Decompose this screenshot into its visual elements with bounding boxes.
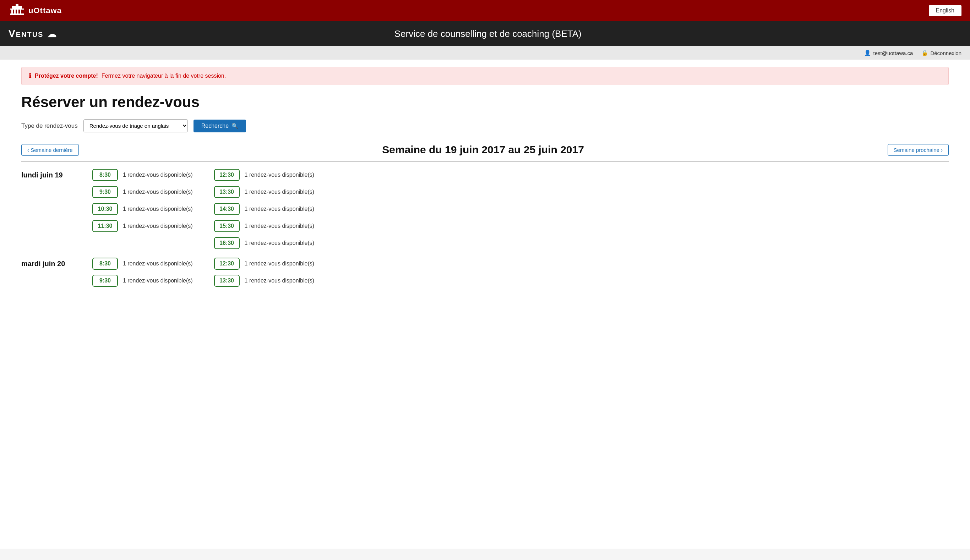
slot-row: 12:301 rendez-vous disponible(s) xyxy=(214,258,315,270)
slot-availability-text: 1 rendez-vous disponible(s) xyxy=(123,189,193,195)
service-title: Service de counselling et de coaching (B… xyxy=(57,28,919,39)
uottawa-logo: uOttawa xyxy=(8,3,62,18)
slot-row: 11:301 rendez-vous disponible(s) xyxy=(92,220,193,232)
slot-availability-text: 1 rendez-vous disponible(s) xyxy=(245,260,315,267)
slot-availability-text: 1 rendez-vous disponible(s) xyxy=(123,260,193,267)
search-button[interactable]: Recherche 🔍 xyxy=(194,120,246,132)
time-slot-button[interactable]: 9:30 xyxy=(92,186,118,198)
slot-row: 13:301 rendez-vous disponible(s) xyxy=(214,186,315,198)
slot-row: 13:301 rendez-vous disponible(s) xyxy=(214,275,315,287)
time-slot-button[interactable]: 14:30 xyxy=(214,203,240,215)
time-slot-button[interactable]: 10:30 xyxy=(92,203,118,215)
logout-item[interactable]: 🔒 Déconnexion xyxy=(922,50,962,56)
day-label: mardi juin 20 xyxy=(21,258,92,268)
svg-rect-5 xyxy=(20,10,21,13)
security-alert: ℹ Protégez votre compte! Fermez votre na… xyxy=(21,67,949,85)
slot-row: 8:301 rendez-vous disponible(s) xyxy=(92,169,193,181)
time-slot-button[interactable]: 13:30 xyxy=(214,186,240,198)
university-name: uOttawa xyxy=(28,6,62,15)
main-content: ℹ Protégez votre compte! Fermez votre na… xyxy=(0,60,970,548)
appt-type-select[interactable]: Rendez-vous de triage en anglais xyxy=(83,119,188,132)
slot-availability-text: 1 rendez-vous disponible(s) xyxy=(245,278,315,284)
slot-row: 16:301 rendez-vous disponible(s) xyxy=(214,237,315,249)
svg-rect-2 xyxy=(12,10,13,13)
slots-left-column: 8:301 rendez-vous disponible(s)9:301 ren… xyxy=(92,169,193,249)
page-title: Réserver un rendez-vous xyxy=(21,94,949,111)
slots-right-column: 12:301 rendez-vous disponible(s)13:301 r… xyxy=(214,258,315,287)
time-slot-button[interactable]: 16:30 xyxy=(214,237,240,249)
lock-icon: 🔒 xyxy=(922,50,928,56)
svg-rect-6 xyxy=(12,6,22,8)
alert-normal-text: Fermez votre navigateur à la fin de votr… xyxy=(102,73,226,79)
ventus-logo-text: Ventus xyxy=(8,28,43,39)
slots-left-column: 8:301 rendez-vous disponible(s)9:301 ren… xyxy=(92,258,193,287)
prev-week-button[interactable]: ‹ Semaine dernière xyxy=(21,144,79,156)
slot-availability-text: 1 rendez-vous disponible(s) xyxy=(245,240,315,246)
slot-availability-text: 1 rendez-vous disponible(s) xyxy=(245,206,315,212)
time-slot-button[interactable]: 12:30 xyxy=(214,258,240,270)
slot-availability-text: 1 rendez-vous disponible(s) xyxy=(123,172,193,178)
slots-right-column: 12:301 rendez-vous disponible(s)13:301 r… xyxy=(214,169,315,249)
search-button-label: Recherche xyxy=(201,123,229,129)
appointment-type-row: Type de rendez-vous Rendez-vous de triag… xyxy=(21,119,949,132)
day-row: mardi juin 208:301 rendez-vous disponibl… xyxy=(21,258,949,287)
slot-row: 14:301 rendez-vous disponible(s) xyxy=(214,203,315,215)
ventus-brand: Ventus ☁ xyxy=(8,28,57,40)
cloud-icon: ☁ xyxy=(47,28,57,40)
week-divider xyxy=(21,162,949,162)
next-week-button[interactable]: Semaine prochaine › xyxy=(888,144,949,156)
slot-availability-text: 1 rendez-vous disponible(s) xyxy=(245,172,315,178)
day-label: lundi juin 19 xyxy=(21,169,92,179)
time-slot-button[interactable]: 12:30 xyxy=(214,169,240,181)
svg-rect-7 xyxy=(16,4,18,6)
user-email: test@uottawa.ca xyxy=(873,50,913,56)
time-slot-button[interactable]: 9:30 xyxy=(92,275,118,287)
slot-row: 15:301 rendez-vous disponible(s) xyxy=(214,220,315,232)
time-slot-button[interactable]: 8:30 xyxy=(92,258,118,270)
slot-availability-text: 1 rendez-vous disponible(s) xyxy=(123,206,193,212)
uottawa-logo-icon xyxy=(8,3,25,18)
slot-availability-text: 1 rendez-vous disponible(s) xyxy=(123,223,193,229)
time-slot-button[interactable]: 13:30 xyxy=(214,275,240,287)
time-slot-button[interactable]: 8:30 xyxy=(92,169,118,181)
slot-row: 8:301 rendez-vous disponible(s) xyxy=(92,258,193,270)
slot-row: 9:301 rendez-vous disponible(s) xyxy=(92,275,193,287)
svg-rect-0 xyxy=(10,13,24,15)
ventus-bar: Ventus ☁ Service de counselling et de co… xyxy=(0,21,970,46)
slot-row: 9:301 rendez-vous disponible(s) xyxy=(92,186,193,198)
time-slot-button[interactable]: 15:30 xyxy=(214,220,240,232)
week-title: Semaine du 19 juin 2017 au 25 juin 2017 xyxy=(79,144,888,156)
slots-container: 8:301 rendez-vous disponible(s)9:301 ren… xyxy=(92,258,949,287)
slot-availability-text: 1 rendez-vous disponible(s) xyxy=(123,278,193,284)
svg-rect-1 xyxy=(10,8,24,10)
user-bar: 👤 test@uottawa.ca 🔒 Déconnexion xyxy=(0,46,970,60)
svg-rect-4 xyxy=(17,10,18,13)
slots-container: 8:301 rendez-vous disponible(s)9:301 ren… xyxy=(92,169,949,249)
schedule-container: lundi juin 198:301 rendez-vous disponibl… xyxy=(21,169,949,287)
slot-row: 10:301 rendez-vous disponible(s) xyxy=(92,203,193,215)
day-row: lundi juin 198:301 rendez-vous disponibl… xyxy=(21,169,949,249)
alert-icon: ℹ xyxy=(29,72,31,80)
alert-bold-text: Protégez votre compte! xyxy=(35,73,98,79)
appt-type-label: Type de rendez-vous xyxy=(21,122,78,130)
logout-link[interactable]: Déconnexion xyxy=(930,50,962,56)
slot-availability-text: 1 rendez-vous disponible(s) xyxy=(245,189,315,195)
user-info: 👤 test@uottawa.ca xyxy=(864,50,913,56)
week-navigation: ‹ Semaine dernière Semaine du 19 juin 20… xyxy=(21,144,949,156)
time-slot-button[interactable]: 11:30 xyxy=(92,220,118,232)
user-icon: 👤 xyxy=(864,50,871,56)
search-icon: 🔍 xyxy=(232,123,238,129)
slot-row: 12:301 rendez-vous disponible(s) xyxy=(214,169,315,181)
top-bar: uOttawa English xyxy=(0,0,970,21)
english-button[interactable]: English xyxy=(929,5,962,16)
slot-availability-text: 1 rendez-vous disponible(s) xyxy=(245,223,315,229)
svg-rect-3 xyxy=(14,10,16,13)
